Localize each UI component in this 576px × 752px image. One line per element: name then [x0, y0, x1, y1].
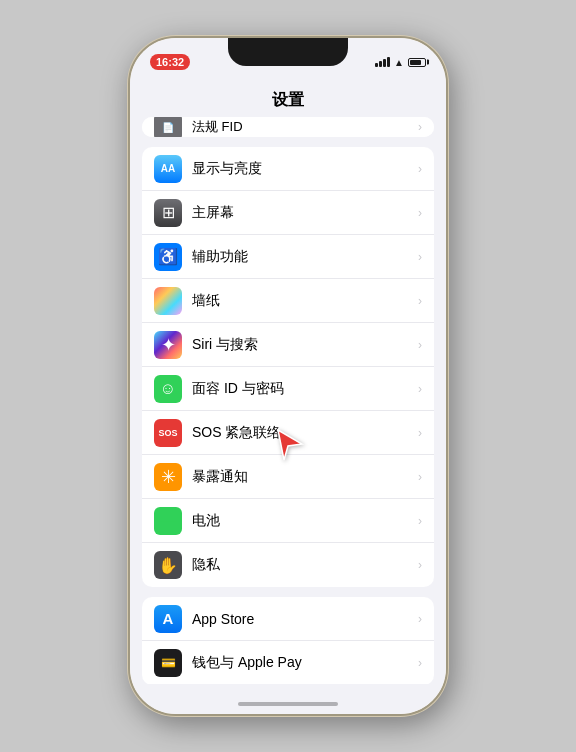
content-area: 设置 📄 法规 FID › AA 显示与亮度 › ⊞ 主屏	[130, 82, 446, 684]
phone-frame: 16:32 ▲ 设置 📄	[128, 36, 448, 716]
exposure-icon: ✳	[154, 463, 182, 491]
chevron-icon: ›	[418, 162, 422, 176]
wallet-icon: 💳	[154, 649, 182, 677]
settings-item-label: 法规 FID	[192, 118, 414, 136]
signal-icon	[375, 57, 390, 67]
settings-item-label: 主屏幕	[192, 204, 414, 222]
list-item[interactable]: ▬ 电池 ›	[142, 499, 434, 543]
wallpaper-icon	[154, 287, 182, 315]
list-item[interactable]: AA 显示与亮度 ›	[142, 147, 434, 191]
chevron-icon: ›	[418, 250, 422, 264]
status-icons: ▲	[375, 57, 426, 68]
notch	[228, 38, 348, 66]
list-item[interactable]: ☺ 面容 ID 与密码 ›	[142, 367, 434, 411]
wifi-icon: ▲	[394, 57, 404, 68]
status-time: 16:32	[150, 54, 190, 70]
home-indicator[interactable]	[238, 702, 338, 706]
list-item[interactable]: ✋ 隐私 ›	[142, 543, 434, 587]
settings-item-label: 电池	[192, 512, 414, 530]
svg-marker-0	[278, 430, 302, 460]
battery-icon: ▬	[154, 507, 182, 535]
settings-item-label: 面容 ID 与密码	[192, 380, 414, 398]
chevron-icon: ›	[418, 338, 422, 352]
doc-icon: 📄	[154, 117, 182, 137]
display-icon: AA	[154, 155, 182, 183]
chevron-icon: ›	[418, 426, 422, 440]
power-button[interactable]	[446, 193, 448, 253]
settings-item-label: 暴露通知	[192, 468, 414, 486]
list-item[interactable]: A App Store ›	[142, 597, 434, 641]
settings-item-label: 显示与亮度	[192, 160, 414, 178]
faceid-icon: ☺	[154, 375, 182, 403]
list-item[interactable]: ♿ 辅助功能 ›	[142, 235, 434, 279]
chevron-icon: ›	[418, 206, 422, 220]
chevron-icon: ›	[418, 382, 422, 396]
chevron-icon: ›	[418, 558, 422, 572]
settings-item-label: 辅助功能	[192, 248, 414, 266]
page-title: 设置	[130, 82, 446, 117]
appstore-icon: A	[154, 605, 182, 633]
siri-icon: ✦	[154, 331, 182, 359]
chevron-icon: ›	[418, 656, 422, 670]
list-item[interactable]: 💳 钱包与 Apple Pay ›	[142, 641, 434, 684]
chevron-icon: ›	[418, 294, 422, 308]
settings-item-label: 墙纸	[192, 292, 414, 310]
list-item[interactable]: 墙纸 ›	[142, 279, 434, 323]
list-item[interactable]: 📄 法规 FID ›	[142, 117, 434, 137]
settings-item-label: 钱包与 Apple Pay	[192, 654, 414, 672]
chevron-icon: ›	[418, 470, 422, 484]
battery-status-icon	[408, 58, 426, 67]
settings-item-label: App Store	[192, 611, 414, 627]
chevron-icon: ›	[418, 120, 422, 134]
settings-item-label: Siri 与搜索	[192, 336, 414, 354]
screen: 16:32 ▲ 设置 📄	[130, 38, 446, 714]
accessibility-icon: ♿	[154, 243, 182, 271]
settings-group-2: A App Store › 💳 钱包与 Apple Pay ›	[142, 597, 434, 684]
chevron-icon: ›	[418, 612, 422, 626]
sos-icon: SOS	[154, 419, 182, 447]
chevron-icon: ›	[418, 514, 422, 528]
list-item[interactable]: ⊞ 主屏幕 ›	[142, 191, 434, 235]
settings-item-label: 隐私	[192, 556, 414, 574]
homescreen-icon: ⊞	[154, 199, 182, 227]
settings-group-1: AA 显示与亮度 › ⊞ 主屏幕 › ♿ 辅助功能 › 墙纸 ›	[142, 147, 434, 587]
privacy-icon: ✋	[154, 551, 182, 579]
list-item[interactable]: ✦ Siri 与搜索 ›	[142, 323, 434, 367]
